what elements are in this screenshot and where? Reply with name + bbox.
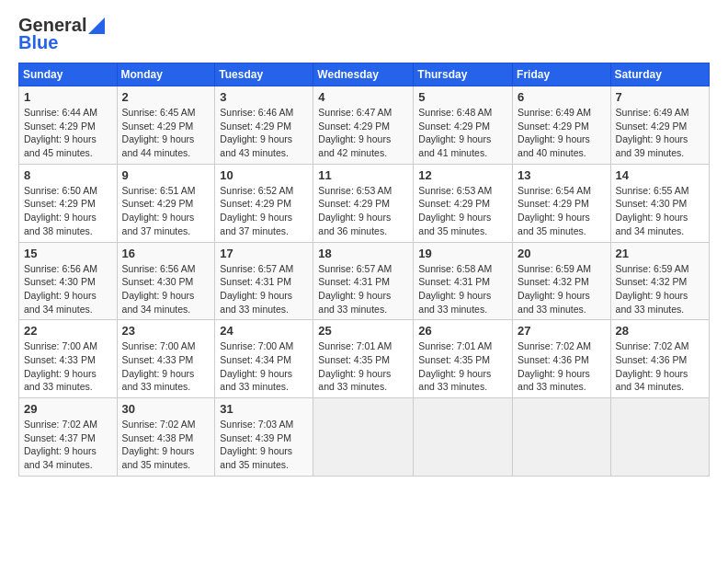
- calendar-cell: 1Sunrise: 6:44 AM Sunset: 4:29 PM Daylig…: [19, 86, 118, 165]
- day-info: Sunrise: 6:52 AM Sunset: 4:29 PM Dayligh…: [220, 184, 308, 238]
- calendar-cell: 9Sunrise: 6:51 AM Sunset: 4:29 PM Daylig…: [117, 164, 215, 242]
- calendar-cell: 22Sunrise: 7:00 AM Sunset: 4:33 PM Dayli…: [19, 320, 118, 398]
- day-info: Sunrise: 6:59 AM Sunset: 4:32 PM Dayligh…: [518, 262, 606, 316]
- page: General Blue SundayMondayTuesdayWednesda…: [0, 0, 728, 486]
- week-row-3: 15Sunrise: 6:56 AM Sunset: 4:30 PM Dayli…: [19, 242, 710, 320]
- calendar-cell: 15Sunrise: 6:56 AM Sunset: 4:30 PM Dayli…: [19, 242, 118, 320]
- logo-blue: Blue: [18, 32, 58, 53]
- weekday-header-row: SundayMondayTuesdayWednesdayThursdayFrid…: [19, 63, 710, 86]
- day-info: Sunrise: 6:53 AM Sunset: 4:29 PM Dayligh…: [418, 184, 507, 238]
- day-info: Sunrise: 7:02 AM Sunset: 4:36 PM Dayligh…: [518, 339, 606, 394]
- calendar-cell: 25Sunrise: 7:01 AM Sunset: 4:35 PM Dayli…: [313, 320, 414, 398]
- day-info: Sunrise: 6:56 AM Sunset: 4:30 PM Dayligh…: [24, 262, 112, 316]
- day-number: 3: [220, 90, 308, 104]
- day-number: 21: [616, 247, 704, 260]
- calendar-cell: 19Sunrise: 6:58 AM Sunset: 4:31 PM Dayli…: [414, 242, 513, 320]
- day-number: 26: [418, 324, 507, 338]
- calendar-cell: 18Sunrise: 6:57 AM Sunset: 4:31 PM Dayli…: [313, 242, 414, 320]
- day-info: Sunrise: 7:01 AM Sunset: 4:35 PM Dayligh…: [418, 339, 507, 394]
- day-number: 20: [518, 247, 606, 260]
- calendar-cell: 11Sunrise: 6:53 AM Sunset: 4:29 PM Dayli…: [313, 164, 414, 242]
- day-info: Sunrise: 7:01 AM Sunset: 4:35 PM Dayligh…: [318, 339, 408, 394]
- day-info: Sunrise: 7:00 AM Sunset: 4:33 PM Dayligh…: [24, 339, 112, 394]
- day-number: 25: [318, 324, 408, 338]
- weekday-wednesday: Wednesday: [313, 63, 414, 86]
- day-number: 16: [122, 247, 210, 260]
- week-row-1: 1Sunrise: 6:44 AM Sunset: 4:29 PM Daylig…: [19, 86, 710, 165]
- day-number: 8: [24, 168, 112, 182]
- calendar-cell: 5Sunrise: 6:48 AM Sunset: 4:29 PM Daylig…: [414, 86, 513, 165]
- calendar-cell: 16Sunrise: 6:56 AM Sunset: 4:30 PM Dayli…: [117, 242, 215, 320]
- day-info: Sunrise: 6:45 AM Sunset: 4:29 PM Dayligh…: [122, 106, 210, 160]
- calendar-cell: 26Sunrise: 7:01 AM Sunset: 4:35 PM Dayli…: [414, 320, 513, 398]
- day-info: Sunrise: 7:02 AM Sunset: 4:36 PM Dayligh…: [616, 339, 704, 394]
- calendar-cell: [513, 398, 611, 477]
- day-number: 6: [518, 90, 606, 104]
- calendar-cell: 10Sunrise: 6:52 AM Sunset: 4:29 PM Dayli…: [215, 164, 313, 242]
- weekday-friday: Friday: [513, 63, 611, 86]
- week-row-2: 8Sunrise: 6:50 AM Sunset: 4:29 PM Daylig…: [19, 164, 710, 242]
- calendar: SundayMondayTuesdayWednesdayThursdayFrid…: [18, 63, 710, 477]
- calendar-cell: 3Sunrise: 6:46 AM Sunset: 4:29 PM Daylig…: [215, 86, 313, 165]
- day-number: 14: [616, 168, 704, 182]
- day-info: Sunrise: 6:58 AM Sunset: 4:31 PM Dayligh…: [418, 262, 507, 316]
- calendar-cell: 29Sunrise: 7:02 AM Sunset: 4:37 PM Dayli…: [19, 398, 118, 477]
- calendar-cell: 12Sunrise: 6:53 AM Sunset: 4:29 PM Dayli…: [414, 164, 513, 242]
- day-info: Sunrise: 6:57 AM Sunset: 4:31 PM Dayligh…: [318, 262, 408, 316]
- calendar-cell: 31Sunrise: 7:03 AM Sunset: 4:39 PM Dayli…: [215, 398, 313, 477]
- day-info: Sunrise: 6:44 AM Sunset: 4:29 PM Dayligh…: [24, 106, 112, 160]
- header: General Blue: [18, 15, 710, 53]
- day-number: 24: [220, 324, 308, 338]
- day-number: 19: [418, 247, 507, 260]
- day-number: 7: [616, 90, 704, 104]
- logo-icon: [88, 17, 105, 34]
- day-info: Sunrise: 6:56 AM Sunset: 4:30 PM Dayligh…: [122, 262, 210, 316]
- day-info: Sunrise: 7:00 AM Sunset: 4:33 PM Dayligh…: [122, 339, 210, 394]
- day-info: Sunrise: 6:59 AM Sunset: 4:32 PM Dayligh…: [616, 262, 704, 316]
- calendar-cell: [414, 398, 513, 477]
- day-number: 17: [220, 247, 308, 260]
- day-number: 11: [318, 168, 408, 182]
- day-info: Sunrise: 6:49 AM Sunset: 4:29 PM Dayligh…: [518, 106, 606, 160]
- day-number: 27: [518, 324, 606, 338]
- day-info: Sunrise: 6:47 AM Sunset: 4:29 PM Dayligh…: [318, 106, 408, 160]
- calendar-cell: [313, 398, 414, 477]
- day-number: 4: [318, 90, 408, 104]
- day-number: 28: [616, 324, 704, 338]
- calendar-cell: 24Sunrise: 7:00 AM Sunset: 4:34 PM Dayli…: [215, 320, 313, 398]
- day-number: 13: [518, 168, 606, 182]
- calendar-cell: 14Sunrise: 6:55 AM Sunset: 4:30 PM Dayli…: [610, 164, 709, 242]
- weekday-tuesday: Tuesday: [215, 63, 313, 86]
- day-number: 18: [318, 247, 408, 260]
- week-row-5: 29Sunrise: 7:02 AM Sunset: 4:37 PM Dayli…: [19, 398, 710, 477]
- calendar-cell: 6Sunrise: 6:49 AM Sunset: 4:29 PM Daylig…: [513, 86, 611, 165]
- calendar-cell: 30Sunrise: 7:02 AM Sunset: 4:38 PM Dayli…: [117, 398, 215, 477]
- weekday-sunday: Sunday: [19, 63, 118, 86]
- calendar-cell: 7Sunrise: 6:49 AM Sunset: 4:29 PM Daylig…: [610, 86, 709, 165]
- day-info: Sunrise: 6:55 AM Sunset: 4:30 PM Dayligh…: [616, 184, 704, 238]
- day-info: Sunrise: 6:53 AM Sunset: 4:29 PM Dayligh…: [318, 184, 408, 238]
- day-number: 23: [122, 324, 210, 338]
- day-number: 15: [24, 247, 112, 260]
- calendar-cell: 28Sunrise: 7:02 AM Sunset: 4:36 PM Dayli…: [610, 320, 709, 398]
- day-number: 30: [122, 402, 210, 416]
- day-info: Sunrise: 6:50 AM Sunset: 4:29 PM Dayligh…: [24, 184, 112, 238]
- weekday-monday: Monday: [117, 63, 215, 86]
- day-info: Sunrise: 6:49 AM Sunset: 4:29 PM Dayligh…: [616, 106, 704, 160]
- day-info: Sunrise: 7:02 AM Sunset: 4:37 PM Dayligh…: [24, 418, 112, 472]
- calendar-cell: [610, 398, 709, 477]
- calendar-cell: 21Sunrise: 6:59 AM Sunset: 4:32 PM Dayli…: [610, 242, 709, 320]
- calendar-cell: 20Sunrise: 6:59 AM Sunset: 4:32 PM Dayli…: [513, 242, 611, 320]
- calendar-cell: 17Sunrise: 6:57 AM Sunset: 4:31 PM Dayli…: [215, 242, 313, 320]
- calendar-cell: 2Sunrise: 6:45 AM Sunset: 4:29 PM Daylig…: [117, 86, 215, 165]
- day-info: Sunrise: 6:54 AM Sunset: 4:29 PM Dayligh…: [518, 184, 606, 238]
- day-number: 2: [122, 90, 210, 104]
- calendar-cell: 8Sunrise: 6:50 AM Sunset: 4:29 PM Daylig…: [19, 164, 118, 242]
- day-info: Sunrise: 7:00 AM Sunset: 4:34 PM Dayligh…: [220, 339, 308, 394]
- day-info: Sunrise: 7:02 AM Sunset: 4:38 PM Dayligh…: [122, 418, 210, 472]
- calendar-body: 1Sunrise: 6:44 AM Sunset: 4:29 PM Daylig…: [19, 86, 710, 477]
- day-number: 12: [418, 168, 507, 182]
- logo: General Blue: [18, 15, 105, 53]
- day-info: Sunrise: 7:03 AM Sunset: 4:39 PM Dayligh…: [220, 418, 308, 472]
- day-number: 5: [418, 90, 507, 104]
